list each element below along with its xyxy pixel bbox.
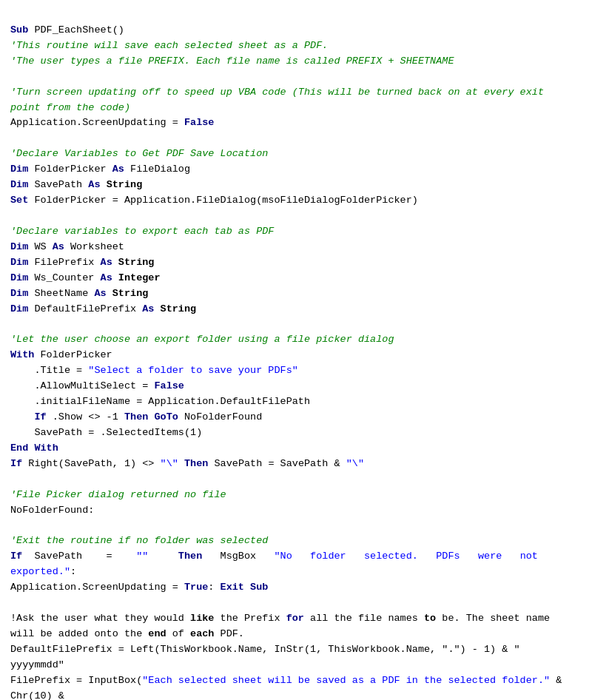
kw-dim-7: Dim bbox=[10, 303, 28, 314]
comment-3: 'Turn screen updating off to speed up VB… bbox=[10, 87, 550, 113]
string-empty: "" bbox=[136, 551, 148, 562]
comment-8: 'Exit the routine if no folder was selec… bbox=[10, 535, 268, 546]
kw-as-5: As bbox=[101, 272, 112, 283]
code-end-bold: end bbox=[148, 628, 166, 639]
code-ask-comment: !Ask the user what they would bbox=[10, 613, 190, 624]
kw-if-2: If bbox=[10, 458, 22, 469]
code-worksheet: Worksheet bbox=[64, 241, 124, 252]
code-savepath-concat: SavePath = SavePath & bbox=[208, 458, 346, 469]
code-editor: Sub PDF_EachSheet() 'This routine will s… bbox=[10, 7, 579, 700]
code-like-bold: like bbox=[190, 613, 214, 624]
code-msgbox-call: MsgBox bbox=[202, 551, 274, 562]
kw-dim-1: Dim bbox=[10, 164, 28, 175]
comment-7: 'File Picker dialog returned no file bbox=[10, 489, 226, 500]
comment-1: 'This routine will save each selected sh… bbox=[10, 40, 328, 51]
code-fileprefix: FilePrefix bbox=[28, 257, 100, 268]
code-string-4: String bbox=[154, 303, 196, 314]
code-sheetname: SheetName bbox=[28, 288, 94, 299]
kw-if-3: If bbox=[10, 551, 22, 562]
string-inputbox-1: "Each selected sheet will be saved as a … bbox=[142, 675, 550, 686]
code-defaultfileprefix: DefaultFilePrefix bbox=[28, 303, 142, 314]
kw-dim-5: Dim bbox=[10, 272, 28, 283]
code-ask-5: of bbox=[166, 628, 190, 639]
kw-then-2: Then bbox=[184, 458, 208, 469]
code-initialfilename: .initialFileName = Application.DefaultFi… bbox=[10, 396, 310, 407]
code-title: .Title = bbox=[10, 365, 88, 376]
code-filedialog: FileDialog bbox=[124, 164, 190, 175]
kw-end-with: End With bbox=[10, 442, 58, 454]
string-select-folder: "Select a folder to save your PDFs" bbox=[88, 365, 298, 376]
code-dim-1: FolderPicker bbox=[28, 164, 112, 175]
code-each-bold: each bbox=[190, 628, 214, 639]
code-to-bold: to bbox=[424, 613, 436, 624]
code-ask-2: the Prefix bbox=[214, 613, 286, 624]
code-text: PDF_EachSheet() bbox=[28, 24, 124, 36]
kw-false-2: False bbox=[154, 380, 184, 391]
code-savepath-set: SavePath = .SelectedItems(1) bbox=[10, 427, 202, 438]
code-application-screen: Application.ScreenUpdating = bbox=[10, 117, 184, 128]
kw-goto: GoTo bbox=[154, 411, 178, 423]
comment-4: 'Declare Variables to Get PDF Save Locat… bbox=[10, 148, 268, 159]
code-set-folderpicker: FolderPicker = Application.FileDialog(ms… bbox=[28, 195, 418, 206]
kw-dim-2: Dim bbox=[10, 179, 28, 190]
comment-5: 'Declare variables to export each tab as… bbox=[10, 226, 274, 237]
kw-dim-6: Dim bbox=[10, 288, 28, 299]
comment-6: 'Let the user choose an export folder us… bbox=[10, 334, 394, 345]
kw-as-1: As bbox=[112, 164, 124, 175]
string-backslash-1: "\" bbox=[161, 458, 178, 469]
kw-true: True bbox=[184, 582, 208, 593]
code-colon-1: : bbox=[70, 566, 76, 577]
code-savepath-label: SavePath bbox=[28, 179, 88, 190]
code-application-screen2: Application.ScreenUpdating = bbox=[10, 582, 184, 593]
code-then-savepath bbox=[178, 458, 184, 469]
code-nofolderfound-label: NoFolderFound: bbox=[10, 505, 94, 516]
comment-2: 'The user types a file PREFIX. Each file… bbox=[10, 55, 454, 67]
kw-dim-3: Dim bbox=[10, 241, 28, 252]
code-integer: Integer bbox=[112, 272, 161, 283]
code-if-show bbox=[10, 411, 34, 423]
string-backslash-2: "\" bbox=[346, 458, 364, 469]
code-ws: WS bbox=[28, 241, 52, 252]
code-wscounter: Ws_Counter bbox=[28, 272, 100, 283]
code-if-savepath-empty: SavePath = bbox=[22, 551, 136, 562]
kw-for-inline: for bbox=[286, 613, 304, 624]
code-string-1: String bbox=[101, 179, 143, 190]
code-allowmulti: .AllowMultiSelect = bbox=[10, 380, 154, 391]
code-ask-3: all the file names bbox=[304, 613, 424, 624]
kw-dim-4: Dim bbox=[10, 257, 28, 268]
kw-false-1: False bbox=[184, 117, 215, 128]
code-defaultfileprefix-set: DefaultFilePrefix = Left(ThisWorkbook.Na… bbox=[10, 644, 526, 670]
kw-if-1: If bbox=[34, 411, 46, 423]
kw-then-3: Then bbox=[166, 551, 203, 562]
code-show-cond: .Show <> -1 bbox=[47, 411, 124, 423]
kw-then-1: Then bbox=[124, 411, 148, 423]
code-with-folderpicker: FolderPicker bbox=[34, 349, 112, 360]
code-fileprefix-set: FilePrefix = InputBox( bbox=[10, 675, 142, 686]
kw-as-3: As bbox=[53, 241, 64, 252]
kw-as-6: As bbox=[94, 288, 106, 299]
code-ask-6: PDF. bbox=[214, 628, 244, 639]
kw-set: Set bbox=[10, 195, 28, 206]
kw-exit-sub: Exit Sub bbox=[221, 582, 269, 593]
code-spaces bbox=[148, 551, 166, 562]
kw-as-4: As bbox=[101, 257, 112, 268]
code-right-check: Right(SavePath, 1) <> bbox=[22, 458, 160, 469]
kw-as-7: As bbox=[142, 303, 154, 314]
code-nofolderfound-ref: NoFolderFound bbox=[178, 411, 262, 423]
kw-with: With bbox=[10, 349, 34, 360]
code-string-2: String bbox=[112, 257, 155, 268]
code-colon-2: : bbox=[208, 582, 220, 593]
keyword-sub: Sub bbox=[10, 24, 28, 36]
code-string-3: String bbox=[107, 288, 149, 299]
kw-as-2: As bbox=[88, 179, 100, 190]
